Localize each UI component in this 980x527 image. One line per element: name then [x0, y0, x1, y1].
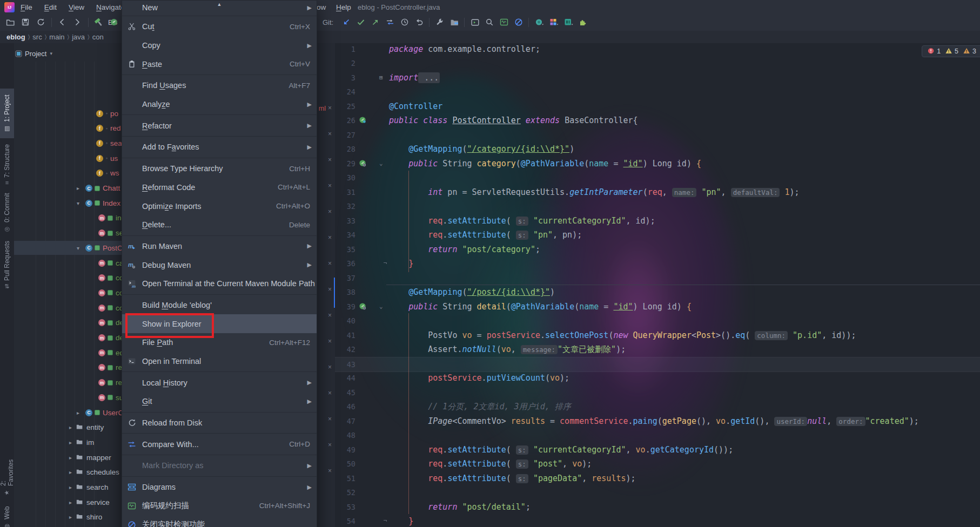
tree-row-po[interactable]: f◦po	[14, 107, 122, 120]
chevron-right-icon[interactable]: ▸	[69, 455, 72, 461]
stripe-button----structure[interactable]: ≡7: Structure	[0, 141, 14, 187]
code-line[interactable]: 40	[335, 314, 980, 328]
tree-row-sea[interactable]: msea	[14, 227, 122, 240]
menu-item-run-maven[interactable]: mRun Maven▶	[122, 237, 317, 256]
breadcrumb-item-java[interactable]: java	[72, 33, 85, 41]
toolbar-scan-button[interactable]	[498, 16, 510, 28]
menubar-item-edit[interactable]: Edit	[40, 3, 61, 11]
toolbar-git-push-button[interactable]	[370, 16, 381, 28]
tree-row-ind[interactable]: mind	[14, 212, 122, 225]
tree-row-de[interactable]: mde	[14, 332, 122, 344]
tab-close-icon[interactable]: ×	[328, 390, 332, 396]
tree-row-Chatt[interactable]: ▸CChatt	[14, 182, 122, 195]
code-line[interactable]: 44 postService.putViewCount(vo);	[335, 371, 980, 386]
chevron-right-icon[interactable]: ▸	[69, 440, 72, 445]
tab-close-icon[interactable]: ×	[328, 105, 332, 111]
code-line[interactable]: 30	[335, 171, 980, 185]
stripe-button-web[interactable]: ◍Web	[0, 501, 14, 527]
toolbar-rollback-button[interactable]	[413, 16, 425, 28]
tree-row-sea[interactable]: f◦sea	[14, 137, 122, 150]
code-line[interactable]: 52	[335, 485, 980, 500]
tree-row-service[interactable]: ▸service	[14, 496, 122, 509]
code-line[interactable]: 51 req.setAttribute( s: "pageData", resu…	[335, 471, 980, 486]
menu-item-open-terminal-at-the-current-maven-module-path[interactable]: mOpen Terminal at the Current Maven Modu…	[122, 274, 317, 293]
code-line[interactable]: 41 PostVo vo = postService.selectOnePost…	[335, 328, 980, 343]
toolbar-record-button[interactable]	[533, 16, 545, 28]
toolbar-plugin-teal-button[interactable]	[562, 16, 574, 28]
menu-item-diagrams[interactable]: Diagrams▶	[122, 478, 317, 497]
code-line[interactable]: 53 return "post/detail";	[335, 500, 980, 515]
tree-row-us[interactable]: f◦us	[14, 152, 122, 165]
stripe-button----commit[interactable]: ◎0: Commit	[0, 191, 14, 234]
tab-close-icon[interactable]: ×	[328, 183, 332, 189]
tree-row-im[interactable]: ▸im	[14, 436, 122, 449]
breadcrumb-item-main[interactable]: main	[49, 33, 64, 41]
chevron-right-icon[interactable]: ▸	[69, 499, 72, 505]
breadcrumb-item-src[interactable]: src	[32, 33, 42, 41]
toolbar-disable-inspection-button[interactable]	[513, 16, 525, 28]
code-line[interactable]: 46 // 1分页, 2文章id, 3用户id, 排序	[335, 400, 980, 414]
tree-row-co[interactable]: mco	[14, 301, 122, 314]
toolbar-save-button[interactable]	[19, 16, 31, 28]
menu-item-new[interactable]: ▲New▶	[122, 1, 317, 15]
tab-close-icon[interactable]: ×	[328, 312, 332, 319]
code-line[interactable]: 49 req.setAttribute( s: "currentCategory…	[335, 443, 980, 457]
menu-item-open-in-terminal[interactable]: Open in Terminal	[122, 352, 317, 371]
tab-close-icon[interactable]: ×	[328, 468, 332, 474]
menu-item-reformat-code[interactable]: Reformat CodeCtrl+Alt+L	[122, 178, 317, 197]
menu-item-cut[interactable]: CutCtrl+X	[122, 17, 317, 36]
code-line[interactable]: 26public class PostController extends Ba…	[335, 113, 980, 128]
code-line[interactable]: 31 int pn = ServletRequestUtils.getIntPa…	[335, 185, 980, 200]
menu-item-debug-maven[interactable]: mDebug Maven▶	[122, 255, 317, 274]
inspections-widget[interactable]: 153	[922, 45, 980, 57]
toolbar-plugin-puzzle-button[interactable]	[577, 16, 589, 28]
tree-row-search[interactable]: ▸search	[14, 481, 122, 494]
menu-item-mark-directory-as[interactable]: Mark Directory as▶	[122, 456, 317, 475]
code-line[interactable]: 42 Assert.notNull(vo, message:"文章已被删除");	[335, 342, 980, 357]
tree-row-UserC[interactable]: ▸CUserC	[14, 406, 122, 419]
fold-plus-icon[interactable]: ⊞	[379, 71, 387, 85]
chevron-right-icon[interactable]: ▸	[77, 410, 79, 416]
tree-row-ca[interactable]: mca	[14, 256, 122, 269]
menu-item-编码规约扫描[interactable]: 编码规约扫描Ctrl+Alt+Shift+J	[122, 497, 317, 516]
tree-row-red[interactable]: f◦red	[14, 122, 122, 135]
menu-item-optimize-imports[interactable]: Optimize ImportsCtrl+Alt+O	[122, 197, 317, 215]
code-line[interactable]: 36⌐ }	[335, 256, 980, 271]
chevron-right-icon[interactable]: ▸	[69, 484, 72, 490]
tree-row-co[interactable]: mco	[14, 272, 122, 285]
code-line[interactable]: 50 req.setAttribute( s: "post", vo);	[335, 457, 980, 471]
code-line[interactable]: 47 IPage<CommentVo> results = commentSer…	[335, 414, 980, 429]
tab-close-icon[interactable]: ×	[328, 260, 332, 267]
fold-open-icon[interactable]: ⌄	[379, 300, 387, 314]
chevron-right-icon[interactable]: ▸	[69, 424, 72, 430]
code-line[interactable]: 54⌐ }	[335, 514, 980, 527]
code-line[interactable]: 25@Controller	[335, 99, 980, 114]
menubar-item-file[interactable]: File	[16, 3, 37, 11]
tree-row-de[interactable]: mde	[14, 316, 122, 329]
fold-end-icon[interactable]: ⌐	[379, 514, 387, 527]
code-line[interactable]: 33 req.setAttribute( s: "currentCategory…	[335, 214, 980, 228]
code-line[interactable]: 24	[335, 85, 980, 99]
toolbar-sync-button[interactable]	[35, 16, 46, 28]
tree-row-su[interactable]: msu	[14, 391, 122, 404]
tab-close-icon[interactable]: ×	[328, 364, 332, 370]
stripe-button----project[interactable]: ▤1: Project	[0, 89, 14, 138]
code-line[interactable]: 45	[335, 386, 980, 400]
toolbar-git-update-button[interactable]	[340, 16, 352, 28]
menu-item-copy[interactable]: Copy▶	[122, 36, 317, 55]
menubar-item-view[interactable]: View	[64, 3, 89, 11]
code-line[interactable]: 3⊞import ...	[335, 71, 980, 85]
bean-gutter-icon[interactable]	[359, 116, 367, 124]
tree-row-ws[interactable]: f◦ws	[14, 167, 122, 180]
menu-window-fragment[interactable]: ow	[317, 3, 326, 11]
tab-close-icon[interactable]: ×	[328, 234, 332, 241]
menu-item-git[interactable]: Git▶	[122, 392, 317, 411]
stripe-button----favorites[interactable]: ★2: Favorites	[0, 452, 14, 496]
toolbar-back-arrow-button[interactable]	[56, 16, 68, 28]
caret-line[interactable]: 43	[335, 357, 980, 373]
chevron-right-icon[interactable]: ▸	[69, 514, 72, 520]
menu-item-reload-from-disk[interactable]: Reload from Disk	[122, 414, 317, 433]
menu-item-build-module--eblog-[interactable]: Build Module 'eblog'	[122, 296, 317, 315]
toolbar-git-compare-button[interactable]	[384, 16, 396, 28]
fold-end-icon[interactable]: ⌐	[379, 256, 387, 271]
